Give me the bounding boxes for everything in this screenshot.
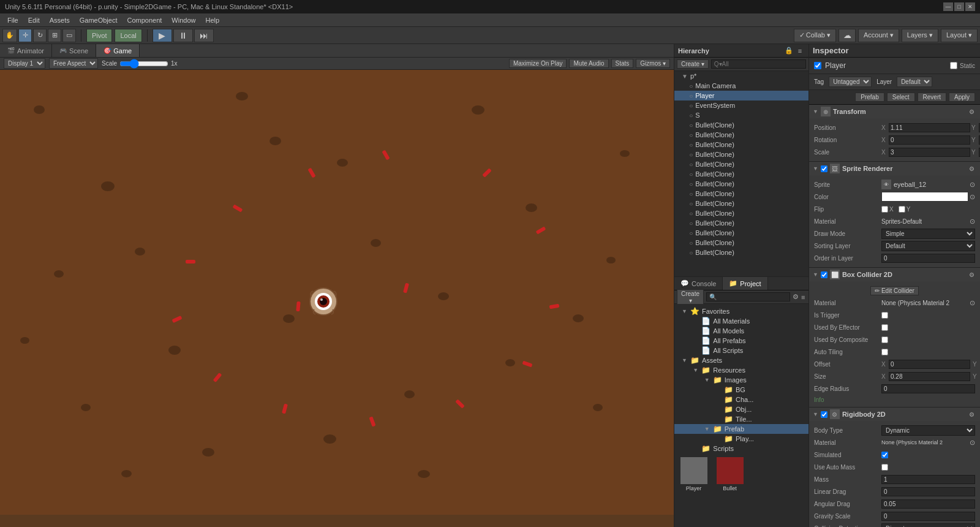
- offset-x-input[interactable]: [889, 360, 970, 369]
- transform-settings-button[interactable]: ⚙: [967, 107, 976, 116]
- hierarchy-create-button[interactable]: Create ▾: [677, 59, 709, 69]
- project-filter-button[interactable]: ⚙: [793, 292, 799, 302]
- body-type-select[interactable]: Dynamic: [881, 425, 975, 436]
- hierarchy-item[interactable]: ○Bullet(Clone): [674, 218, 809, 228]
- hierarchy-item[interactable]: ○Bullet(Clone): [674, 179, 809, 189]
- scale-x-input[interactable]: [889, 148, 970, 157]
- hierarchy-item[interactable]: ○Bullet(Clone): [674, 228, 809, 238]
- gizmos-button[interactable]: Gizmos ▾: [636, 59, 670, 68]
- sprite-pick-icon[interactable]: ⊙: [970, 181, 975, 189]
- project-tree-item[interactable]: ▼📁Assets: [674, 355, 809, 365]
- sprite-renderer-settings-button[interactable]: ⚙: [967, 164, 976, 173]
- hierarchy-item[interactable]: ○S: [674, 110, 809, 120]
- hand-tool-button[interactable]: ✋: [2, 29, 17, 42]
- project-tree-item[interactable]: 📄All Models: [674, 326, 809, 336]
- angular-drag-input[interactable]: [881, 499, 975, 509]
- menu-assets[interactable]: Assets: [45, 15, 75, 25]
- hierarchy-item[interactable]: ○Bullet(Clone): [674, 169, 809, 179]
- hierarchy-item[interactable]: ○Bullet(Clone): [674, 120, 809, 130]
- prefab-label-button[interactable]: Prefab: [855, 93, 884, 102]
- asset-item[interactable]: Bullet: [713, 456, 747, 493]
- menu-gameobject[interactable]: GameObject: [75, 15, 123, 25]
- project-search-input[interactable]: [706, 292, 790, 301]
- project-tree-item[interactable]: ▼📁Resources: [674, 365, 809, 375]
- tab-scene[interactable]: 🎮 Scene: [52, 44, 96, 57]
- project-tree-item[interactable]: 📄All Materials: [674, 316, 809, 326]
- project-tree-item[interactable]: 📁BG: [674, 385, 809, 395]
- use-auto-mass-checkbox[interactable]: [881, 464, 888, 471]
- account-dropdown[interactable]: Account ▾: [858, 29, 899, 42]
- project-tree-item[interactable]: 📄All Scripts: [674, 346, 809, 355]
- layers-dropdown[interactable]: Layers ▾: [902, 29, 938, 42]
- order-input[interactable]: [881, 254, 975, 263]
- rigidbody-checkbox[interactable]: [821, 411, 827, 418]
- rb-material-pick-icon[interactable]: ⊙: [970, 439, 975, 447]
- flip-y-checkbox[interactable]: [899, 206, 905, 213]
- box-collider-header[interactable]: ▼ ⬜ Box Collider 2D ⚙: [809, 268, 980, 281]
- asset-item[interactable]: Player: [677, 456, 710, 493]
- project-view-button[interactable]: ≡: [801, 292, 805, 302]
- pause-button[interactable]: ⏸: [173, 29, 193, 42]
- display-select[interactable]: Display 1: [4, 58, 45, 69]
- maximize-button[interactable]: □: [954, 2, 964, 11]
- hierarchy-item[interactable]: ○Main Camera: [674, 81, 809, 91]
- hierarchy-item[interactable]: ○Bullet(Clone): [674, 238, 809, 248]
- hierarchy-item[interactable]: ○EventSystem: [674, 100, 809, 110]
- minimize-button[interactable]: —: [943, 2, 953, 11]
- layout-dropdown[interactable]: Layout ▾: [941, 29, 978, 42]
- layer-select[interactable]: Default: [897, 77, 932, 87]
- tab-console[interactable]: 💬 Console: [674, 277, 723, 290]
- hierarchy-item[interactable]: ○Bullet(Clone): [674, 189, 809, 199]
- box-collider-checkbox[interactable]: [821, 271, 827, 278]
- hierarchy-item[interactable]: ○Player: [674, 91, 809, 100]
- stats-button[interactable]: Stats: [611, 59, 634, 68]
- aspect-select[interactable]: Free Aspect: [49, 58, 98, 69]
- rect-tool-button[interactable]: ▭: [62, 29, 76, 42]
- size-x-input[interactable]: [889, 372, 970, 381]
- color-picker[interactable]: [881, 192, 968, 202]
- used-by-effector-checkbox[interactable]: [881, 324, 888, 331]
- hierarchy-item[interactable]: ○Bullet(Clone): [674, 208, 809, 218]
- tab-animator[interactable]: 🎬 Animator: [0, 44, 52, 57]
- collision-detection-select[interactable]: Discrete: [881, 523, 975, 528]
- project-create-button[interactable]: Create ▾: [677, 289, 704, 305]
- project-tree-item[interactable]: 📁Obj...: [674, 404, 809, 414]
- project-tree-item[interactable]: ▼📁Prefab: [674, 424, 809, 434]
- project-tree-item[interactable]: 📁Scripts: [674, 444, 809, 453]
- hierarchy-item[interactable]: ○Bullet(Clone): [674, 140, 809, 150]
- tag-select[interactable]: Untagged: [829, 77, 872, 87]
- close-button[interactable]: ✕: [965, 2, 975, 11]
- hierarchy-item[interactable]: ○Bullet(Clone): [674, 199, 809, 208]
- project-tree-item[interactable]: 📁Cha...: [674, 395, 809, 404]
- color-pick-icon[interactable]: ⊙: [970, 193, 975, 201]
- box-collider-settings-button[interactable]: ⚙: [967, 270, 976, 279]
- pos-x-input[interactable]: [889, 123, 970, 132]
- used-by-composite-checkbox[interactable]: [881, 336, 888, 343]
- menu-component[interactable]: Component: [122, 15, 167, 25]
- hierarchy-item[interactable]: ○Bullet(Clone): [674, 150, 809, 159]
- project-tree-item[interactable]: ▼⭐Favorites: [674, 306, 809, 316]
- object-active-checkbox[interactable]: [814, 62, 821, 69]
- hierarchy-item[interactable]: ○Bullet(Clone): [674, 248, 809, 257]
- menu-window[interactable]: Window: [167, 15, 200, 25]
- mass-input[interactable]: [881, 475, 975, 484]
- draw-mode-select[interactable]: Simple: [881, 229, 975, 239]
- sprite-renderer-header[interactable]: ▼ 🖼 Sprite Renderer ⚙: [809, 162, 980, 175]
- transform-header[interactable]: ▼ ⊕ Transform ⚙: [809, 105, 980, 118]
- cloud-button[interactable]: ☁: [839, 29, 856, 42]
- auto-tiling-checkbox[interactable]: [881, 349, 888, 355]
- static-checkbox[interactable]: [950, 62, 957, 69]
- revert-button[interactable]: Revert: [918, 93, 946, 102]
- project-tree-item[interactable]: 📄All Prefabs: [674, 336, 809, 346]
- scale-tool-button[interactable]: ⊞: [48, 29, 61, 42]
- menu-edit[interactable]: Edit: [23, 15, 45, 25]
- step-button[interactable]: ⏭: [194, 29, 214, 42]
- sr-material-pick-icon[interactable]: ⊙: [970, 218, 975, 226]
- hierarchy-item[interactable]: ○Bullet(Clone): [674, 130, 809, 140]
- move-tool-button[interactable]: ✛: [18, 29, 32, 42]
- maximize-on-play-button[interactable]: Maximize On Play: [509, 59, 567, 68]
- info-row[interactable]: Info: [814, 395, 975, 404]
- hierarchy-search-input[interactable]: [711, 59, 806, 69]
- hierarchy-lock-button[interactable]: 🔒: [784, 46, 794, 56]
- scale-slider[interactable]: [119, 61, 168, 66]
